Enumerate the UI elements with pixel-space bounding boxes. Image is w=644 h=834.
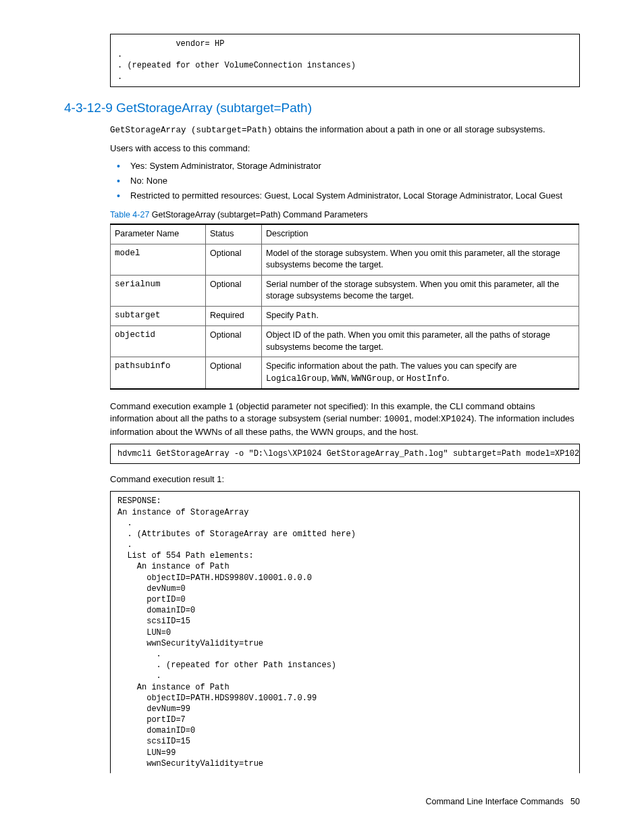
param-name: serialnum	[111, 275, 206, 306]
page-footer: Command Line Interface Commands 50	[64, 796, 580, 808]
param-name: objectid	[111, 326, 206, 357]
table-caption: Table 4-27 GetStorageArray (subtarget=Pa…	[110, 209, 580, 221]
code-block-top: vendor= HP . . (repeated for other Volum…	[110, 34, 580, 87]
example1-text: Command execution example 1 (objectid pa…	[110, 400, 580, 438]
desc-text: Specify	[266, 311, 296, 320]
table-row: pathsubinfo Optional Specific informatio…	[111, 357, 579, 390]
desc-code: WWNGroup	[351, 374, 392, 384]
access-list: Yes: System Administrator, Storage Admin…	[110, 160, 580, 203]
param-name: pathsubinfo	[111, 357, 206, 390]
desc-text: .	[316, 311, 318, 320]
access-restricted: Restricted to permitted resources: Guest…	[110, 190, 580, 202]
param-status: Optional	[206, 326, 262, 357]
ex1-serial: 10001	[384, 415, 410, 424]
table-caption-text: GetStorageArray (subtarget=Path) Command…	[149, 210, 367, 219]
param-status: Optional	[206, 275, 262, 306]
footer-page: 50	[570, 797, 580, 806]
access-yes: Yes: System Administrator, Storage Admin…	[110, 160, 580, 172]
ex1-model: XP1024	[441, 415, 471, 424]
param-status: Required	[206, 306, 262, 326]
intro-paragraph: GetStorageArray (subtarget=Path) obtains…	[110, 124, 580, 137]
param-desc: Model of the storage subsystem. When you…	[262, 244, 579, 275]
table-row: objectid Optional Object ID of the path.…	[111, 326, 579, 357]
param-desc: Object ID of the path. When you omit thi…	[262, 326, 579, 357]
desc-text: , or	[392, 373, 406, 383]
col-description: Description	[262, 224, 579, 244]
access-label: Users with access to this command:	[110, 142, 580, 155]
access-no: No: None	[110, 175, 580, 187]
desc-text: ,	[327, 373, 331, 383]
col-status: Status	[206, 224, 262, 244]
desc-code: Path	[296, 311, 316, 321]
desc-code: HostInfo	[406, 374, 447, 384]
desc-code: LogicalGroup	[266, 374, 327, 384]
example1-code: hdvmcli GetStorageArray -o "D:\logs\XP10…	[110, 444, 580, 464]
section-heading: 4-3-12-9 GetStorageArray (subtarget=Path…	[64, 99, 580, 118]
ex1-mid: , model:	[410, 413, 441, 423]
intro-text: obtains the information about a path in …	[272, 124, 545, 134]
param-status: Optional	[206, 244, 262, 275]
param-desc: Specify Path.	[262, 306, 579, 326]
parameters-table: Parameter Name Status Description model …	[110, 224, 579, 390]
table-row: serialnum Optional Serial number of the …	[111, 275, 579, 306]
col-parameter-name: Parameter Name	[111, 224, 206, 244]
param-name: subtarget	[111, 306, 206, 326]
param-name: model	[111, 244, 206, 275]
desc-text: .	[447, 373, 449, 383]
intro-code: GetStorageArray (subtarget=Path)	[110, 126, 272, 135]
table-row: subtarget Required Specify Path.	[111, 306, 579, 326]
result1-label: Command execution result 1:	[110, 473, 580, 486]
desc-text: Specific information about the path. The…	[266, 361, 517, 371]
param-desc: Serial number of the storage subsystem. …	[262, 275, 579, 306]
result1-code: RESPONSE: An instance of StorageArray . …	[110, 491, 580, 773]
desc-code: WWN	[331, 374, 347, 384]
table-header-row: Parameter Name Status Description	[111, 224, 579, 244]
param-desc: Specific information about the path. The…	[262, 357, 579, 390]
footer-label: Command Line Interface Commands	[425, 797, 563, 806]
table-caption-label: Table 4-27	[110, 210, 149, 219]
param-status: Optional	[206, 357, 262, 390]
table-row: model Optional Model of the storage subs…	[111, 244, 579, 275]
